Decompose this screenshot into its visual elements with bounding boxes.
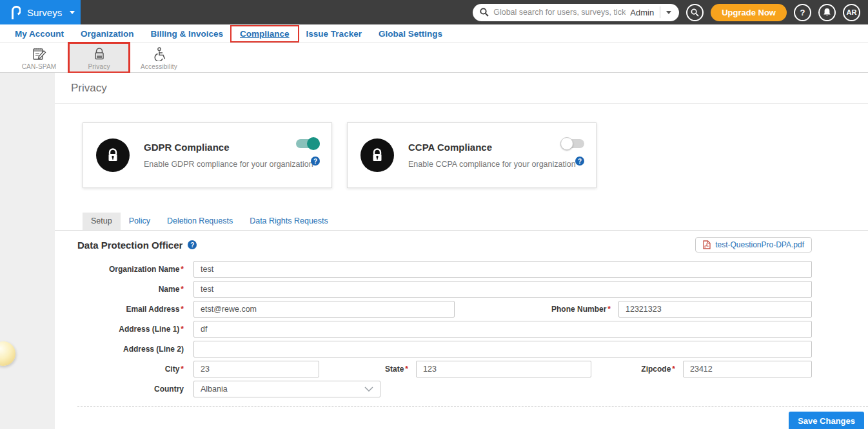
search-button[interactable] [686,4,704,21]
tab-policy[interactable]: Policy [121,213,159,230]
bell-icon [823,8,831,17]
state-input[interactable] [416,361,591,377]
dpo-heading: Data Protection Officer [77,240,182,251]
tab-deletion-requests[interactable]: Deletion Requests [159,213,241,230]
ccpa-card: CCPA Compliance Enable CCPA compliance f… [347,122,597,188]
gdpr-toggle[interactable] [296,137,320,150]
nav-organization[interactable]: Organization [72,26,143,41]
ccpa-toggle[interactable] [560,137,584,150]
form-row-email-phone: Email Address* Phone Number* [55,301,868,318]
city-label: City* [55,365,193,374]
form-row-country: Country Albania [55,381,868,397]
privacy-panel: Privacy GDPR Compliance Enable GDPR comp… [55,73,868,429]
subnav-label: CAN-SPAM [22,63,57,70]
pdf-file-icon [703,240,711,249]
nav-global-settings[interactable]: Global Settings [370,26,451,41]
compliance-cards: GDPR Compliance Enable GDPR compliance f… [55,104,868,188]
organization-name-label: Organization Name* [55,265,193,274]
address-line1-input[interactable] [193,321,812,338]
phone-number-input[interactable] [618,301,812,318]
country-select[interactable]: Albania [193,381,380,397]
topbar-actions: Admin Upgrade Now ? AR [473,4,868,21]
zipcode-input[interactable] [683,361,812,377]
organization-name-input[interactable] [193,261,812,278]
avatar[interactable]: AR [843,4,860,21]
notifications-button[interactable] [818,4,836,21]
ccpa-lock-icon [360,138,394,172]
name-input[interactable] [193,281,812,298]
subnav-accessibility[interactable]: Accessibility [129,43,189,72]
product-caret-icon [70,11,75,14]
gdpr-card: GDPR Compliance Enable GDPR compliance f… [83,122,332,188]
search-scope-label: Admin [626,6,660,18]
tab-data-rights-requests[interactable]: Data Rights Requests [241,213,337,230]
page-header: Privacy [55,73,868,104]
nav-issue-tracker[interactable]: Issue Tracker [298,26,370,41]
ccpa-card-description: Enable CCPA compliance for your organiza… [408,160,576,169]
nav-compliance[interactable]: Compliance [232,26,298,41]
gdpr-card-description: Enable GDPR compliance for your organiza… [144,160,313,169]
page-area: Privacy GDPR Compliance Enable GDPR comp… [0,73,868,429]
compliance-subnav: CAN-SPAM Privacy Accessibility [0,43,868,73]
phone-number-label: Phone Number* [455,305,618,314]
form-row-address2: Address (Line 2) [55,341,868,358]
feedback-bubble[interactable] [0,341,15,366]
address-line1-label: Address (Line 1)* [55,325,193,334]
chevron-down-icon [364,386,373,392]
privacy-tabs: Setup Policy Deletion Requests Data Righ… [55,213,868,231]
subnav-privacy[interactable]: Privacy [69,43,129,72]
email-address-label: Email Address* [55,305,193,314]
questionpro-logo-icon [10,5,21,20]
product-name: Surveys [27,7,62,18]
dpo-help-icon[interactable]: ? [188,240,197,249]
address-line2-label: Address (Line 2) [55,345,193,354]
save-row: Save Changes [55,407,868,429]
form-row-name: Name* [55,281,868,298]
lock-icon [92,47,106,61]
product-switcher[interactable]: Surveys [0,0,81,24]
city-input[interactable] [193,361,319,377]
upgrade-now-button[interactable]: Upgrade Now [711,4,787,21]
ccpa-card-title: CCPA Compliance [408,142,576,153]
dpa-attachment-link[interactable]: test-QuestionPro-DPA.pdf [695,237,812,253]
tab-setup[interactable]: Setup [83,213,121,230]
dpo-header: Data Protection Officer ? test-QuestionP… [55,231,868,253]
global-search: Admin [473,4,679,21]
subnav-label: Privacy [88,63,110,70]
country-label: Country [55,385,193,394]
page-title: Privacy [71,82,107,95]
nav-billing-invoices[interactable]: Billing & Invoices [143,26,232,41]
help-button[interactable]: ? [794,4,811,21]
search-scope-dropdown[interactable] [660,11,676,14]
admin-nav: My Account Organization Billing & Invoic… [0,24,868,43]
search-icon [480,8,489,17]
top-bar: Surveys Admin Upgrade Now ? AR [0,0,868,24]
zipcode-label: Zipcode* [591,365,683,374]
global-search-input[interactable] [493,8,626,17]
country-selected-value: Albania [201,385,364,394]
can-spam-icon [32,47,47,61]
save-changes-button[interactable]: Save Changes [789,412,864,429]
gdpr-lock-icon [96,138,130,172]
form-row-address1: Address (Line 1)* [55,321,868,338]
name-label: Name* [55,285,193,294]
dpa-attachment-name: test-QuestionPro-DPA.pdf [715,240,804,249]
address-line2-input[interactable] [193,341,812,358]
nav-my-account[interactable]: My Account [6,26,72,41]
accessibility-icon [152,47,167,61]
dpo-form: Organization Name* Name* Email Address* … [55,261,868,397]
gdpr-help-icon[interactable]: ? [311,157,320,166]
subnav-can-spam[interactable]: CAN-SPAM [9,43,69,72]
ccpa-help-icon[interactable]: ? [575,157,584,166]
form-row-organization: Organization Name* [55,261,868,278]
email-address-input[interactable] [193,301,455,318]
gdpr-card-title: GDPR Compliance [144,142,313,153]
form-row-city-state-zip: City* State* Zipcode* [55,361,868,377]
state-label: State* [319,365,416,374]
subnav-label: Accessibility [141,63,177,70]
